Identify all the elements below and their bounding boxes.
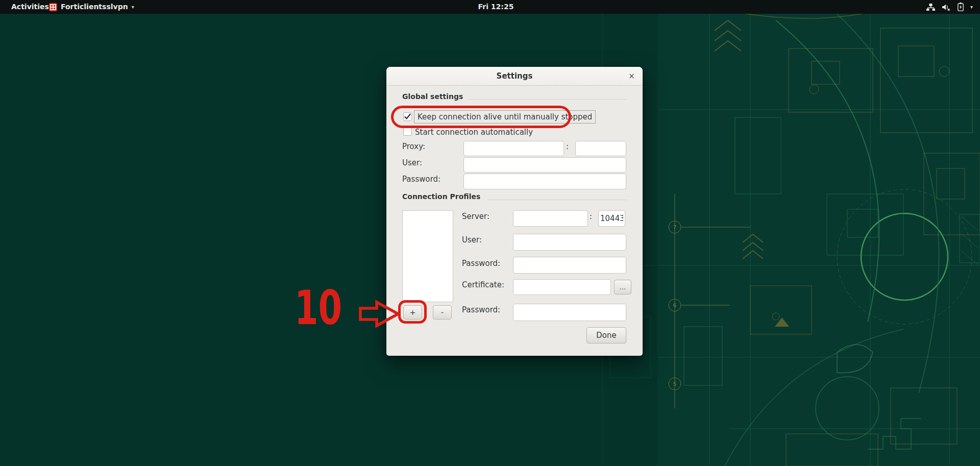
close-button[interactable]: × [626,71,637,82]
wallpaper-grid-label-6: 6 [673,302,677,309]
settings-dialog: Settings × Global settings Keep connecti… [386,67,643,356]
autostart-checkbox[interactable] [403,127,412,136]
proxy-colon: : [566,142,569,151]
annotation-step-number: 10 [295,284,342,332]
server-colon: : [590,212,592,221]
desktop: 7 6 5 Activities Forticlientsslvpn ▾ Fri… [0,0,980,466]
global-password-input[interactable] [463,174,626,189]
profile-user-label: User: [462,235,482,244]
certificate-label: Certificate: [462,280,504,289]
profile-list[interactable] [402,210,453,302]
app-menu-label: Forticlientsslvpn [61,0,128,14]
keep-alive-label[interactable]: Keep connection alive until manually sto… [414,110,596,124]
top-bar: Activities Forticlientsslvpn ▾ Fri 12:25 [0,0,980,14]
add-profile-button[interactable]: + [403,305,422,320]
keep-alive-checkbox[interactable] [403,112,412,121]
autostart-label[interactable]: Start connection automatically [415,128,533,137]
cert-password-input[interactable] [513,304,626,321]
proxy-port-input[interactable] [575,141,626,156]
global-password-label: Password: [402,175,440,184]
battery-charging-icon [958,3,964,11]
section-separator [468,99,627,100]
cert-password-label: Password: [462,305,500,314]
server-label: Server: [462,212,489,221]
volume-muted-icon [942,3,951,11]
profile-password-label: Password: [462,259,500,268]
checkmark-icon [404,113,411,120]
profile-password-input[interactable] [513,257,626,274]
global-settings-header: Global settings [402,92,463,101]
annotation-arrow-icon [357,297,401,329]
dialog-title: Settings [386,67,643,86]
clock-button[interactable]: Fri 12:25 [472,0,520,14]
server-port-input[interactable] [598,210,625,227]
system-tray-button[interactable]: ▾ [923,0,976,14]
global-user-input[interactable] [463,157,626,173]
proxy-label: Proxy: [402,142,425,151]
global-user-label: User: [402,158,422,167]
wallpaper-grid-label-7: 7 [673,224,677,231]
dialog-titlebar[interactable]: Settings × [386,67,643,86]
done-button[interactable]: Done [586,327,626,344]
server-input[interactable] [513,210,588,227]
connection-profiles-header: Connection Profiles [402,192,480,201]
chevron-down-icon: ▾ [132,0,134,14]
certificate-browse-button[interactable]: ... [614,280,631,295]
section-separator [487,200,627,200]
proxy-host-input[interactable] [463,141,564,156]
certificate-input[interactable] [513,279,611,295]
network-wired-icon [926,3,935,11]
chevron-down-icon: ▾ [970,4,973,10]
app-menu-button[interactable]: Forticlientsslvpn ▾ [45,0,138,14]
forticlient-app-icon [49,3,57,11]
wallpaper-grid-label-5: 5 [673,381,677,387]
remove-profile-button[interactable]: - [433,305,452,320]
profile-user-input[interactable] [513,234,626,251]
